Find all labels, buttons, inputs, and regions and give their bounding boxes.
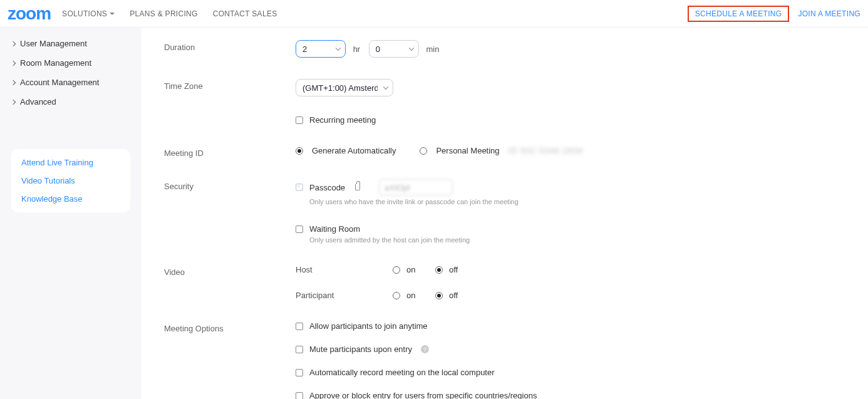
chevron-down-icon — [336, 46, 341, 51]
on-label: on — [406, 291, 419, 300]
opt-country-block-checkbox[interactable] — [296, 392, 303, 400]
passcode-input[interactable] — [379, 179, 453, 195]
video-label: Video — [164, 265, 296, 277]
duration-field: 2 hr 0 min — [296, 40, 843, 58]
off-label: off — [449, 265, 458, 274]
link-video-tutorials[interactable]: Video Tutorials — [21, 176, 120, 185]
link-live-training[interactable]: Attend Live Training — [21, 158, 120, 167]
duration-minutes-value: 0 — [376, 44, 380, 54]
sidebar-item-label: User Management — [20, 39, 87, 48]
meeting-id-label: Meeting ID — [164, 146, 296, 158]
chevron-down-icon — [110, 13, 115, 15]
nav-solutions[interactable]: SOLUTIONS — [62, 9, 115, 18]
lock-icon — [355, 184, 360, 190]
security-label: Security — [164, 179, 296, 191]
passcode-checkbox — [296, 184, 303, 191]
hr-unit: hr — [353, 44, 361, 54]
opt-mute-entry-checkbox[interactable] — [296, 346, 303, 353]
on-label: on — [406, 265, 419, 274]
chevron-right-icon — [11, 80, 16, 85]
duration-hours-select[interactable]: 2 — [296, 40, 346, 58]
sidebar-help-box: Attend Live Training Video Tutorials Kno… — [11, 149, 130, 212]
meeting-id-auto-radio[interactable] — [296, 147, 303, 155]
off-label: off — [449, 291, 458, 300]
chevron-down-icon — [409, 46, 414, 51]
opt-auto-record-label: Automatically record meeting on the loca… — [309, 368, 495, 377]
opt-join-anytime-checkbox[interactable] — [296, 323, 303, 330]
personal-meeting-id-blur: ID 932 0348 2934 — [509, 146, 583, 155]
opt-country-block-label: Approve or block entry for users from sp… — [309, 391, 537, 399]
meeting-options-label: Meeting Options — [164, 321, 296, 333]
opt-auto-record-checkbox[interactable] — [296, 369, 303, 376]
passcode-hint: Only users who have the invite link or p… — [309, 198, 843, 205]
zoom-logo[interactable]: zoom — [8, 4, 51, 24]
sidebar: User Management Room Management Account … — [0, 28, 142, 399]
chevron-right-icon — [11, 41, 16, 46]
chevron-down-icon — [383, 85, 388, 90]
duration-minutes-select[interactable]: 0 — [369, 40, 419, 58]
meeting-id-personal-label: Personal Meeting — [436, 146, 499, 155]
recurring-label: Recurring meeting — [309, 115, 376, 125]
sidebar-item-account-management[interactable]: Account Management — [0, 73, 142, 92]
timezone-value: (GMT+1:00) Amsterdam, Be — [302, 83, 378, 93]
waiting-room-checkbox[interactable] — [296, 225, 303, 233]
meeting-id-personal-radio[interactable] — [420, 147, 427, 155]
opt-mute-entry-label: Mute participants upon entry — [309, 345, 412, 354]
timezone-label: Time Zone — [164, 79, 296, 91]
participant-label: Participant — [296, 291, 386, 300]
join-meeting-link[interactable]: JOIN A MEETING — [798, 9, 860, 18]
sidebar-item-user-management[interactable]: User Management — [0, 34, 142, 53]
sidebar-item-label: Room Management — [20, 58, 91, 68]
host-video-on-radio[interactable] — [393, 266, 400, 274]
participant-video-on-radio[interactable] — [393, 292, 400, 299]
link-knowledge-base[interactable]: Knowledge Base — [21, 194, 120, 204]
opt-join-anytime-label: Allow participants to join anytime — [309, 321, 428, 331]
nav-solutions-label: SOLUTIONS — [62, 9, 107, 18]
main-content: Duration 2 hr 0 min Time Zone (GMT+1:00)… — [142, 28, 868, 399]
participant-video-off-radio[interactable] — [435, 292, 443, 299]
host-label: Host — [296, 265, 386, 274]
chevron-right-icon — [11, 99, 16, 104]
duration-hours-value: 2 — [302, 44, 307, 54]
sidebar-item-label: Account Management — [20, 78, 99, 87]
chevron-right-icon — [11, 60, 16, 65]
waiting-room-hint: Only users admitted by the host can join… — [309, 236, 843, 244]
host-video-off-radio[interactable] — [435, 266, 443, 274]
timezone-select[interactable]: (GMT+1:00) Amsterdam, Be — [296, 79, 393, 96]
sidebar-item-room-management[interactable]: Room Management — [0, 53, 142, 73]
duration-label: Duration — [164, 40, 296, 52]
nav-contact[interactable]: CONTACT SALES — [213, 9, 277, 18]
waiting-room-label: Waiting Room — [309, 224, 360, 234]
top-nav: zoom SOLUTIONS PLANS & PRICING CONTACT S… — [0, 0, 868, 28]
sidebar-item-label: Advanced — [20, 97, 56, 106]
schedule-meeting-button[interactable]: SCHEDULE A MEETING — [688, 6, 790, 22]
min-unit: min — [426, 44, 439, 54]
sidebar-item-advanced[interactable]: Advanced — [0, 92, 142, 111]
nav-links: SOLUTIONS PLANS & PRICING CONTACT SALES — [62, 9, 277, 18]
help-icon[interactable]: ? — [421, 345, 429, 353]
passcode-label: Passcode — [309, 183, 345, 192]
meeting-id-auto-label: Generate Automatically — [312, 146, 396, 155]
recurring-checkbox[interactable] — [296, 117, 303, 124]
nav-plans[interactable]: PLANS & PRICING — [130, 9, 198, 18]
